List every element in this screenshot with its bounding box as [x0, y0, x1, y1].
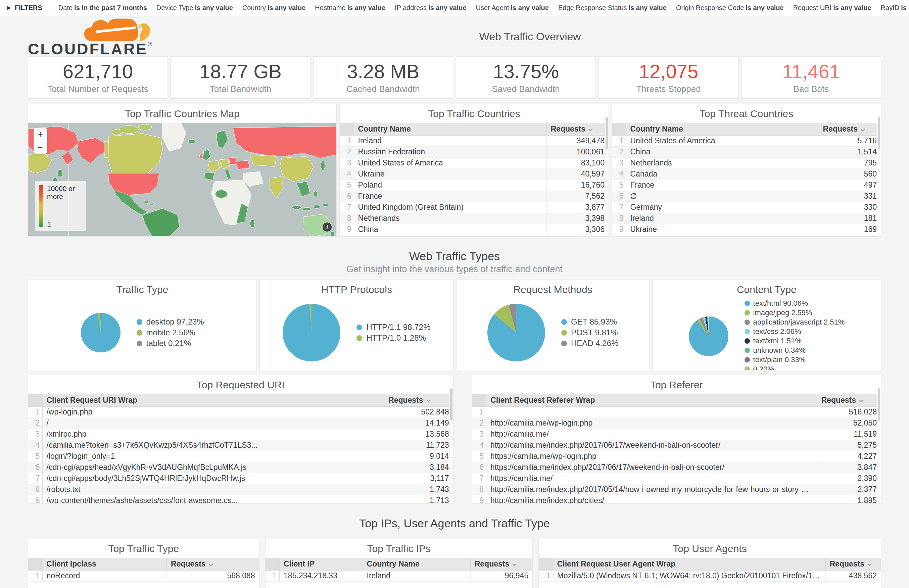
legend-item[interactable]: HEAD 4.26%	[561, 339, 618, 348]
scrollbar-thumb[interactable]	[450, 388, 452, 420]
table-row[interactable]: 8/robots.txt1,743	[28, 484, 453, 495]
column-header[interactable]: Client Request Referer Wrap	[486, 394, 817, 406]
filter-item[interactable]: RayIDis any value	[881, 4, 909, 12]
table-row[interactable]: 3/xmlrpc.php13,568	[28, 428, 453, 439]
scrollbar[interactable]	[449, 388, 453, 503]
table-row[interactable]: 7United Kingdom (Great Britain)3,877	[340, 202, 609, 213]
column-header[interactable]: Requests	[819, 123, 881, 135]
table-row[interactable]: 9/wp-content/themes/ashe/assets/css/font…	[28, 495, 453, 503]
table-row[interactable]: 1516,028	[472, 406, 881, 417]
kpi-total-bandwidth[interactable]: 18.77 GB Total Bandwidth	[171, 57, 310, 99]
legend-item[interactable]: unknown 0.34%	[744, 346, 845, 355]
table-row[interactable]: 6France7,562	[340, 191, 609, 202]
table-row[interactable]: 2http://camilia.me/wp-login.php52,050	[472, 417, 881, 428]
legend-item[interactable]: tablet 0.21%	[137, 339, 204, 348]
table-row[interactable]: 5https://camilia.me/wp-login.php4,227	[472, 451, 881, 462]
filter-item[interactable]: Hostnameis any value	[315, 4, 385, 12]
table-row[interactable]: 2Russian Federation100,061	[340, 146, 609, 157]
scrollbar[interactable]	[605, 116, 609, 236]
table-row[interactable]: 9China3,306	[340, 224, 609, 235]
kpi-total-requests[interactable]: 621,710 Total Number of Requests	[28, 57, 168, 99]
column-header[interactable]: Client Request User Agent Wrap	[553, 558, 825, 570]
filter-item[interactable]: Edge Response Statusis any value	[558, 4, 667, 12]
table-row[interactable]: 4http://camilia.me/index.php/2017/06/17/…	[472, 439, 881, 451]
table-row[interactable]: 1noRecord568,088	[28, 570, 259, 581]
table-row[interactable]: 8Netherlands3,398	[340, 213, 609, 224]
column-header[interactable]: Client Ipclass	[42, 558, 167, 570]
table-row[interactable]: 7https://camilia.me/2,390	[472, 473, 881, 484]
table-row[interactable]: 3Netherlands795	[612, 157, 881, 168]
filter-item[interactable]: Request URIis any value	[793, 4, 872, 12]
filter-item[interactable]: Countryis any value	[242, 4, 305, 12]
kpi-saved-bandwidth[interactable]: 13.75% Saved Bandwidth	[456, 57, 596, 99]
filter-item[interactable]: IP addressis any value	[395, 4, 467, 12]
table-row[interactable]: 1Ireland349,478	[340, 135, 609, 146]
table-row[interactable]: 3United States of America83,100	[340, 157, 609, 168]
content-type-pie-chart[interactable]	[689, 317, 728, 356]
zoom-in-button[interactable]: +	[34, 128, 47, 141]
kpi-threats-stopped[interactable]: 12,075 Threats Stopped	[599, 57, 738, 99]
column-header[interactable]: Country Name	[354, 123, 546, 135]
legend-item[interactable]: HTTP/1.0 1.28%	[357, 333, 430, 342]
column-header[interactable]: Client IP	[279, 558, 363, 570]
filter-item[interactable]: User Agentis any value	[476, 4, 549, 12]
table-row[interactable]: 6https://camilia.me/index.php/2017/06/17…	[472, 462, 881, 473]
table-row[interactable]: 5France497	[612, 179, 881, 191]
table-row[interactable]: 9Ukraine169	[612, 224, 881, 235]
filters-toggle[interactable]: FILTERS	[7, 4, 42, 12]
legend-item[interactable]: POST 9.81%	[561, 328, 618, 337]
table-row[interactable]: 1United States of America5,716	[612, 135, 881, 146]
scrollbar[interactable]	[877, 116, 881, 236]
legend-item[interactable]: HTTP/1.1 98.72%	[357, 323, 430, 332]
legend-item[interactable]: application/javascript 2.51%	[744, 318, 845, 326]
column-header[interactable]: Requests	[167, 558, 259, 570]
filter-item[interactable]: Origin Response Codeis any value	[676, 4, 784, 12]
column-header[interactable]: Requests	[825, 558, 881, 570]
zoom-out-button[interactable]: −	[34, 141, 47, 154]
table-row[interactable]: 1185.234.218.33Ireland96,945	[265, 570, 533, 581]
scrollbar-thumb[interactable]	[878, 117, 880, 149]
scrollbar-thumb[interactable]	[878, 388, 880, 420]
table-row[interactable]: 1Mozilla/5.0 (Windows NT 6.1; WOW64; rv:…	[539, 570, 881, 581]
table-row[interactable]: 2/14,149	[28, 417, 453, 428]
scrollbar[interactable]	[877, 388, 881, 503]
legend-item[interactable]: text/xml 1.51%	[744, 337, 845, 345]
filter-item[interactable]: Device Typeis any value	[157, 4, 233, 12]
world-map[interactable]: + − 10000 or more 1 i	[28, 123, 336, 236]
table-row[interactable]: 6∅331	[612, 191, 881, 202]
table-row[interactable]: 10Canada2,315	[340, 235, 609, 236]
table-row[interactable]: 1/wp-login.php502,848	[28, 406, 453, 417]
table-row[interactable]: 9http://camilia.me/index.php/cities/1,89…	[472, 495, 881, 503]
legend-item[interactable]: 0.20%	[744, 365, 845, 370]
legend-item[interactable]: text/html 90.06%	[744, 299, 845, 308]
kpi-bad-bots[interactable]: 11,461 Bad Bots	[741, 57, 881, 99]
legend-item[interactable]: text/css 2.06%	[744, 327, 845, 336]
table-row[interactable]: 7/cdn-cgi/apps/body/3Lh52SjWTQ4HRlErJykH…	[28, 473, 453, 484]
column-header[interactable]: Client Request URI Wrap	[42, 394, 384, 406]
table-row[interactable]: 10Singapore150	[612, 235, 881, 236]
scrollbar-thumb[interactable]	[605, 117, 608, 149]
table-row[interactable]: 4Canada560	[612, 168, 881, 179]
legend-item[interactable]: GET 85.93%	[561, 317, 618, 326]
traffic-type-pie-chart[interactable]	[81, 313, 121, 352]
table-row[interactable]: 6/cdn-cgi/apps/head/xVgyKhR-vV3dAUGhMqfB…	[28, 462, 453, 473]
http-protocols-pie-chart[interactable]	[283, 304, 341, 362]
map-info-icon[interactable]: i	[323, 223, 332, 232]
table-row[interactable]: 7Germany330	[612, 202, 881, 213]
table-row[interactable]: 4/camilia.me?token=s3+7k6XQvKwzp5/4XSs4r…	[28, 439, 453, 451]
table-row[interactable]: 8Ireland181	[612, 213, 881, 224]
column-header[interactable]: Country Name	[626, 123, 819, 135]
table-row[interactable]: 2China1,514	[612, 146, 881, 157]
column-header[interactable]: Requests	[817, 394, 881, 406]
request-methods-pie-chart[interactable]	[488, 304, 545, 362]
column-header[interactable]: Requests	[384, 394, 453, 406]
legend-item[interactable]: text/plain 0.33%	[744, 355, 845, 364]
table-row[interactable]: 5Poland16,760	[340, 179, 609, 191]
legend-item[interactable]: mobile 2.56%	[137, 328, 204, 337]
table-row[interactable]: 4Ukraine40,597	[340, 168, 609, 179]
table-row[interactable]: 8http://camilia.me/index.php/2017/05/14/…	[472, 484, 881, 495]
legend-item[interactable]: image/jpeg 2.59%	[744, 309, 845, 317]
kpi-cached-bandwidth[interactable]: 3.28 MB Cached Bandwidth	[313, 57, 453, 99]
column-header[interactable]: Requests	[470, 558, 532, 570]
column-header[interactable]: Requests	[546, 123, 609, 135]
